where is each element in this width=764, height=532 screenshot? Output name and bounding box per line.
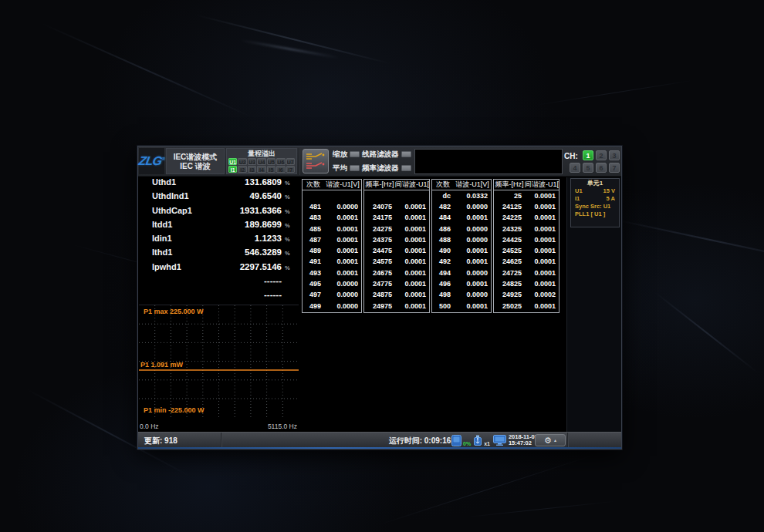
table-row: 4880.0000 xyxy=(432,234,491,245)
table-row: 248250.0001 xyxy=(494,278,559,289)
table-row: 4970.0000 xyxy=(303,289,361,300)
table-cell: 0.0001 xyxy=(525,258,559,265)
channel-buttons-row2: 4567 xyxy=(570,163,620,173)
table-cell: 0.0001 xyxy=(395,236,429,244)
current-channel-indicators: I1I2I3I4I5I6I7 xyxy=(228,166,295,173)
harmonics-group-freq-right: 频率-[Hz]间谐波-U1[V]250.0001241250.000124225… xyxy=(493,179,559,313)
table-cell: 494 xyxy=(432,269,454,277)
table-cell: 0.0001 xyxy=(324,225,361,233)
channel-button[interactable]: 6 xyxy=(596,163,607,173)
channel-button[interactable]: 5 xyxy=(583,163,593,173)
right-side-panel: 单元1 U1 15 V I1 5 A Sync Src: U1 PLL1 [ U… xyxy=(566,177,621,432)
table-cell: 24675 xyxy=(364,269,395,277)
table-row: 246750.0001 xyxy=(364,268,429,278)
current-channel-chip: I6 xyxy=(276,166,285,173)
table-row: 4920.0001 xyxy=(432,256,491,267)
measurement-row: Ipwhd12297.5146% xyxy=(140,262,299,276)
current-channel-chip: I4 xyxy=(257,166,265,173)
background-streak xyxy=(533,80,694,106)
table-cell: 498 xyxy=(432,291,454,298)
trend-chart: P1 max 225.000 W P1 1.091 mW P1 min -225… xyxy=(139,305,299,431)
table-cell: 0.0001 xyxy=(324,236,361,244)
background-streak xyxy=(240,39,340,59)
thd-measurement-panel: Uthd1131.6809%UthdInd149.6540%UthdCap119… xyxy=(140,177,299,305)
range-overflow-title: 量程溢出 xyxy=(228,150,295,157)
table-row: 5000.0001 xyxy=(432,300,491,311)
measurement-row: ------ xyxy=(140,276,299,290)
table-cell: 486 xyxy=(432,225,454,233)
channel-button[interactable]: 4 xyxy=(570,163,580,173)
measurement-value: 1.1233 xyxy=(255,234,282,243)
table-cell: 0.0001 xyxy=(395,269,429,277)
average-toggle[interactable] xyxy=(350,165,360,171)
line-filter-toggle[interactable] xyxy=(401,151,411,157)
filter-controls: 缩放 线路滤波器 平均 频率滤波器 xyxy=(333,149,413,173)
measurement-name: UthdInd1 xyxy=(152,191,189,200)
unit-current-row: I1 5 A xyxy=(573,195,617,203)
table-cell: 499 xyxy=(303,302,324,310)
measurement-name: Uthd1 xyxy=(152,177,176,187)
measurement-row: UthdInd149.6540% xyxy=(140,191,299,205)
channel-button[interactable]: 2 xyxy=(596,150,607,160)
settings-button[interactable]: ⚙ ▴ xyxy=(535,434,566,446)
table-cell: 483 xyxy=(303,214,324,221)
table-cell: 0.0000 xyxy=(324,280,361,288)
zoom-toggle[interactable] xyxy=(350,151,360,157)
table-cell: 0.0001 xyxy=(395,280,429,288)
table-cell: 0.0000 xyxy=(454,269,491,277)
table-cell: 489 xyxy=(303,247,324,254)
voltage-channel-indicators: U1U2U3U4U5U6U7 xyxy=(228,158,295,165)
background-streak xyxy=(654,291,758,373)
sync-source-label: Sync Src: U1 xyxy=(573,203,617,210)
message-display xyxy=(414,149,563,174)
table-row: 250250.0001 xyxy=(494,300,559,311)
current-channel-chip: I2 xyxy=(238,166,246,173)
update-count: 更新: 918 xyxy=(144,436,177,446)
analyzer-window: ZLG® IEC谐波模式 IEC 谐波 量程溢出 U1U2U3U4U5U6U7 … xyxy=(137,146,622,450)
table-row xyxy=(364,190,429,201)
column-header: 次数 xyxy=(303,180,324,190)
table-cell: 485 xyxy=(303,225,324,233)
table-cell: 0.0000 xyxy=(454,203,491,210)
table-row: 243750.0001 xyxy=(364,234,429,245)
table-cell: 24225 xyxy=(494,214,525,221)
channel-button[interactable]: 7 xyxy=(609,163,620,173)
background-streak xyxy=(41,22,253,118)
table-cell: 0.0001 xyxy=(525,192,559,200)
table-row: 243250.0001 xyxy=(494,223,559,234)
channel-button[interactable]: 3 xyxy=(609,150,620,160)
table-row: 4850.0001 xyxy=(303,223,361,234)
table-cell: 0.0001 xyxy=(525,247,559,254)
table-row: 249750.0001 xyxy=(364,300,429,311)
table-cell: 24075 xyxy=(364,203,395,210)
table-cell: 25025 xyxy=(494,302,525,310)
table-row: 4890.0001 xyxy=(303,245,361,256)
table-cell: 0.0001 xyxy=(395,302,429,310)
table-row: 247250.0001 xyxy=(494,268,559,278)
toolbar: ZLG® IEC谐波模式 IEC 谐波 量程溢出 U1U2U3U4U5U6U7 … xyxy=(138,146,621,177)
trend-max-label: P1 max 225.000 W xyxy=(144,308,204,315)
measurement-unit: % xyxy=(285,180,296,187)
background-streak xyxy=(463,501,617,518)
measurement-row: UthdCap11931.6366% xyxy=(140,206,299,220)
unit-voltage-name: U1 xyxy=(575,187,583,195)
table-cell: 0.0001 xyxy=(395,203,429,210)
mode-line2: IEC 谐波 xyxy=(180,162,210,170)
measurement-name: Idin1 xyxy=(152,234,172,243)
table-row: 242250.0001 xyxy=(494,212,559,223)
wiring-settings-button[interactable] xyxy=(303,149,329,173)
voltage-channel-chip: U5 xyxy=(267,158,276,165)
gear-icon: ⚙ xyxy=(544,436,552,445)
usb-icon xyxy=(473,435,482,446)
x-axis-max-label: 5115.0 Hz xyxy=(268,423,297,430)
table-row: 4930.0001 xyxy=(303,268,361,278)
current-channel-chip: I1 xyxy=(228,166,237,173)
x-axis-min-label: 0.0 Hz xyxy=(140,423,159,430)
status-icons: 0% x1 2018-11-07 15:47:02 xyxy=(451,433,538,447)
channel-button[interactable]: 1 xyxy=(583,150,593,160)
freq-filter-toggle[interactable] xyxy=(401,165,411,171)
column-header: 间谐波-U1[V] xyxy=(395,180,429,190)
table-row: 244750.0001 xyxy=(364,245,429,256)
statusbar-divider xyxy=(567,433,569,448)
table-header-row: 次数谐波-U1[V] xyxy=(432,180,491,190)
